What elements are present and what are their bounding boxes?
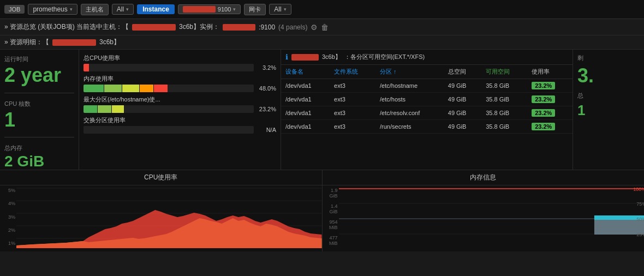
- table-title: ：各分区可用空间(EXT.*/XFS): [344, 53, 425, 61]
- divider-2: [4, 137, 74, 137]
- bars-panel: 总CPU使用率 3.2% 内存使用率 48.0%: [79, 50, 281, 170]
- mem-chart-title: 内存信息: [323, 170, 645, 185]
- mem-bar-pct: 48.0%: [257, 85, 276, 92]
- breadcrumb-row: » 资源总览 (关联JOB项) 当前选中主机：【 3c6b】实例： :9100 …: [0, 19, 644, 35]
- col-avail[interactable]: 可用空间: [481, 65, 527, 79]
- cpu-y-4: 4%: [1, 201, 15, 206]
- mem-y-axis: 1.9 GiB 1.4 GiB 954 MiB 477 MiB: [323, 185, 339, 248]
- chevron-icon-3: ▾: [233, 7, 236, 12]
- disk-bar-container: [84, 105, 254, 113]
- cell-usage: 23.2%: [527, 79, 573, 93]
- charts-row: CPU使用率 5% 4% 3% 2% 1%: [0, 170, 644, 251]
- job-label: JOB: [4, 5, 25, 14]
- disk-table: 设备名 文件系统 分区 ↑ 总空间 可用空间 使用率 /dev/vda1 ext…: [281, 65, 573, 134]
- instance-value-dropdown[interactable]: 9100 ▾: [178, 4, 241, 14]
- cell-avail: 35.8 GiB: [481, 120, 527, 134]
- cpu-chart-svg: [16, 185, 322, 248]
- all-dropdown-2[interactable]: All ▾: [269, 4, 291, 15]
- cpu-bar-container: [84, 64, 254, 71]
- mem-bar-label: 内存使用率: [84, 75, 276, 83]
- info-icon: ℹ: [285, 53, 288, 61]
- cpu-chart-title: CPU使用率: [0, 170, 322, 185]
- chevron-icon-4: ▾: [284, 7, 287, 12]
- chevron-icon-2: ▾: [126, 7, 129, 12]
- cpu-chart-area: 5% 4% 3% 2% 1%: [0, 185, 322, 248]
- cpu-chart: CPU使用率 5% 4% 3% 2% 1%: [0, 170, 323, 251]
- host-redacted-1: [132, 24, 176, 31]
- cell-mount: /run/secrets: [375, 120, 444, 134]
- cpu-bar-row: 3.2%: [84, 64, 276, 71]
- gear-icon[interactable]: ⚙: [311, 23, 318, 32]
- breadcrumb-instance-suffix: :9100: [259, 23, 275, 31]
- cell-usage: 23.2%: [527, 120, 573, 134]
- table-panel: ℹ 3c6b】 ：各分区可用空间(EXT.*/XFS) 设备名 文件系统 分区 …: [281, 50, 573, 170]
- mem-seg-5: [154, 85, 168, 92]
- total-mem-section: 总内存 2 GiB: [4, 144, 74, 170]
- cell-fs: ext3: [330, 79, 375, 93]
- svg-marker-6: [16, 210, 322, 248]
- divider-1: [4, 93, 74, 93]
- nic-btn[interactable]: 网卡: [244, 4, 266, 15]
- col-device[interactable]: 设备名: [281, 65, 330, 79]
- cpu-cores-label: CPU 核数: [4, 100, 74, 108]
- swap-bar-row: N/A: [84, 126, 276, 134]
- mem-bar-container: [84, 85, 254, 92]
- instance-port: 9100: [218, 6, 231, 13]
- all-label-2: All: [274, 5, 281, 13]
- cell-mount: /etc/hosts: [375, 93, 444, 106]
- hostname-btn[interactable]: 主机名: [81, 4, 109, 15]
- swap-bar-container: [84, 126, 254, 134]
- table-row: /dev/vda1 ext3 /run/secrets 49 GiB 35.8 …: [281, 120, 573, 134]
- uptime-section: 运行时间 2 year: [4, 55, 74, 86]
- mem-bar-section: 内存使用率 48.0%: [84, 75, 276, 92]
- host-redacted-detail: [52, 39, 96, 46]
- disk-bar-label: 最大分区(/etc/hostname)使...: [84, 95, 276, 104]
- cell-usage: 23.2%: [527, 106, 573, 120]
- mem-y-3: 1.4 GiB: [324, 203, 338, 214]
- trash-icon[interactable]: 🗑: [321, 23, 329, 32]
- cell-total: 49 GiB: [444, 106, 481, 120]
- col-total[interactable]: 总空间: [444, 65, 481, 79]
- swap-bar-section: 交换分区使用率 N/A: [84, 116, 276, 134]
- disk-bar-section: 最大分区(/etc/hostname)使... 23.2%: [84, 95, 276, 113]
- table-row: /dev/vda1 ext3 /etc/resolv.conf 49 GiB 3…: [281, 106, 573, 120]
- cell-mount: /etc/resolv.conf: [375, 106, 444, 120]
- chevron-icon: ▾: [70, 7, 73, 12]
- cpu-cores-value: 1: [4, 109, 74, 131]
- mem-y-4: 1.9 GiB: [324, 188, 338, 199]
- col-mount[interactable]: 分区 ↑: [375, 65, 444, 79]
- cell-usage: 23.2%: [527, 93, 573, 106]
- cpu-y-axis: 5% 4% 3% 2% 1%: [0, 185, 16, 248]
- prometheus-dropdown[interactable]: prometheus ▾: [28, 4, 77, 15]
- col-fs[interactable]: 文件系统: [330, 65, 375, 79]
- cpu-y-5: 5%: [1, 188, 15, 193]
- main-content: 运行时间 2 year CPU 核数 1 总内存 2 GiB 总CPU使用率 3…: [0, 50, 644, 170]
- legend-75: 75%: [636, 201, 644, 207]
- instance-redacted-2: [223, 24, 255, 31]
- cpu-bar-fill: [84, 64, 89, 71]
- all-dropdown-1[interactable]: All ▾: [112, 4, 134, 15]
- far-right-panel: 剩 3. 总 1: [573, 50, 644, 170]
- disk-seg-3: [112, 105, 124, 113]
- cell-avail: 35.8 GiB: [481, 79, 527, 93]
- uptime-label: 运行时间: [4, 55, 74, 63]
- instance-redacted: [183, 6, 216, 13]
- resource-suffix: 3c6b】: [99, 38, 120, 47]
- uptime-value: 2 year: [4, 64, 74, 86]
- cell-device: /dev/vda1: [281, 79, 330, 93]
- remaining-value: 3.: [577, 64, 640, 87]
- cell-total: 49 GiB: [444, 93, 481, 106]
- mem-chart-svg: 100% 75% 50% 25%: [339, 185, 645, 248]
- mem-seg-3: [122, 85, 139, 92]
- total-value: 1: [577, 102, 640, 119]
- all-label-1: All: [117, 5, 124, 13]
- instance-btn[interactable]: Instance: [137, 4, 175, 14]
- cell-device: /dev/vda1: [281, 93, 330, 106]
- cpu-y-1: 1%: [1, 241, 15, 246]
- swap-bar-label: 交换分区使用率: [84, 116, 276, 124]
- disk-bar-row: 23.2%: [84, 105, 276, 113]
- col-usage[interactable]: 使用率: [527, 65, 573, 79]
- cpu-y-2: 2%: [1, 227, 15, 233]
- table-host-suffix: 3c6b】: [322, 53, 341, 61]
- legend-25: 25%: [636, 232, 644, 237]
